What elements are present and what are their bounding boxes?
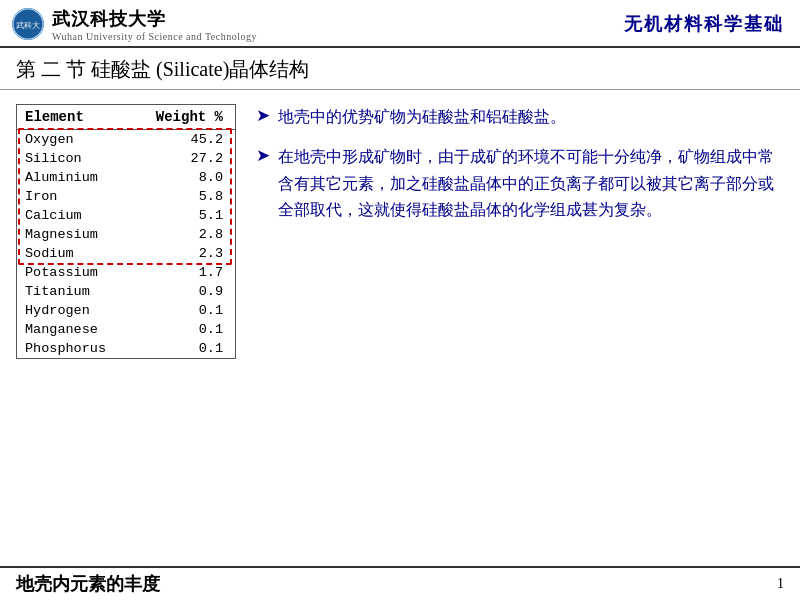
bullet-arrow-icon: ➤	[256, 145, 270, 166]
element-name: Oxygen	[17, 130, 132, 150]
element-weight: 27.2	[132, 149, 236, 168]
col-weight: Weight %	[132, 105, 236, 130]
university-logo: 武科大	[10, 6, 46, 42]
table-row: Aluminium8.0	[17, 168, 236, 187]
element-name: Aluminium	[17, 168, 132, 187]
element-name: Manganese	[17, 320, 132, 339]
course-name: 无机材料科学基础	[624, 12, 784, 36]
table-wrapper: Element Weight % Oxygen45.2Silicon27.2Al…	[16, 104, 236, 359]
element-name: Calcium	[17, 206, 132, 225]
text-area: ➤地壳中的优势矿物为硅酸盐和铝硅酸盐。➤在地壳中形成矿物时，由于成矿的环境不可能…	[256, 104, 784, 534]
table-row: Silicon27.2	[17, 149, 236, 168]
footer-page: 1	[777, 576, 784, 592]
col-element: Element	[17, 105, 132, 130]
element-weight: 0.1	[132, 301, 236, 320]
element-name: Hydrogen	[17, 301, 132, 320]
table-row: Magnesium2.8	[17, 225, 236, 244]
table-row: Potassium1.7	[17, 263, 236, 282]
table-row: Hydrogen0.1	[17, 301, 236, 320]
university-name: 武汉科技大学	[52, 7, 257, 31]
element-weight: 5.8	[132, 187, 236, 206]
element-name: Sodium	[17, 244, 132, 263]
element-name: Potassium	[17, 263, 132, 282]
element-name: Titanium	[17, 282, 132, 301]
element-weight: 2.8	[132, 225, 236, 244]
element-weight: 0.9	[132, 282, 236, 301]
bullet-item-0: ➤地壳中的优势矿物为硅酸盐和铝硅酸盐。	[256, 104, 784, 130]
header-left: 武科大 武汉科技大学 Wuhan University of Science a…	[10, 6, 257, 42]
table-row: Calcium5.1	[17, 206, 236, 225]
element-weight: 1.7	[132, 263, 236, 282]
bullet-arrow-icon: ➤	[256, 105, 270, 126]
main-content: Element Weight % Oxygen45.2Silicon27.2Al…	[0, 90, 800, 544]
bullet-text-0: 地壳中的优势矿物为硅酸盐和铝硅酸盐。	[278, 104, 566, 130]
section-title: 第 二 节 硅酸盐 (Silicate)晶体结构	[0, 48, 800, 90]
table-row: Oxygen45.2	[17, 130, 236, 150]
table-row: Sodium2.3	[17, 244, 236, 263]
element-name: Iron	[17, 187, 132, 206]
section-title-text: 第 二 节 硅酸盐 (Silicate)晶体结构	[16, 56, 309, 83]
element-weight: 0.1	[132, 320, 236, 339]
element-weight: 5.1	[132, 206, 236, 225]
element-weight: 0.1	[132, 339, 236, 359]
university-sub: Wuhan University of Science and Technolo…	[52, 31, 257, 42]
table-row: Titanium0.9	[17, 282, 236, 301]
table-row: Iron5.8	[17, 187, 236, 206]
table-row: Phosphorus0.1	[17, 339, 236, 359]
element-weight: 2.3	[132, 244, 236, 263]
table-row: Manganese0.1	[17, 320, 236, 339]
element-name: Magnesium	[17, 225, 132, 244]
bullet-text-1: 在地壳中形成矿物时，由于成矿的环境不可能十分纯净，矿物组成中常含有其它元素，加之…	[278, 144, 784, 223]
element-weight: 45.2	[132, 130, 236, 150]
bullet-item-1: ➤在地壳中形成矿物时，由于成矿的环境不可能十分纯净，矿物组成中常含有其它元素，加…	[256, 144, 784, 223]
element-name: Silicon	[17, 149, 132, 168]
element-table: Element Weight % Oxygen45.2Silicon27.2Al…	[16, 104, 236, 359]
footer: 地壳内元素的丰度 1	[0, 566, 800, 600]
table-area: Element Weight % Oxygen45.2Silicon27.2Al…	[16, 104, 236, 534]
university-name-block: 武汉科技大学 Wuhan University of Science and T…	[52, 7, 257, 42]
element-weight: 8.0	[132, 168, 236, 187]
element-name: Phosphorus	[17, 339, 132, 359]
svg-text:武科大: 武科大	[16, 21, 40, 30]
footer-label: 地壳内元素的丰度	[16, 572, 160, 596]
header: 武科大 武汉科技大学 Wuhan University of Science a…	[0, 0, 800, 48]
